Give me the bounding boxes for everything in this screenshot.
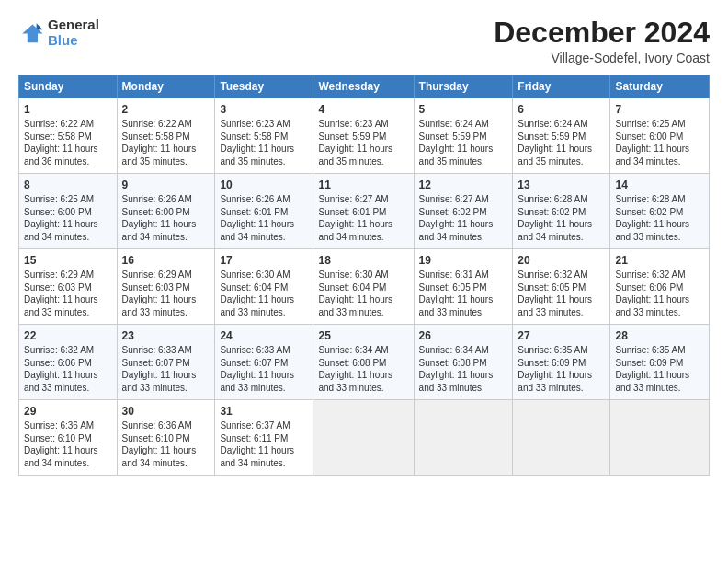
sunrise-label: Sunrise: 6:22 AM [122,119,192,129]
sunrise-label: Sunrise: 6:27 AM [419,194,489,204]
calendar: SundayMondayTuesdayWednesdayThursdayFrid… [18,75,710,476]
day-number: 31 [220,404,308,419]
sunrise-label: Sunrise: 6:28 AM [518,194,587,204]
sunrise-label: Sunrise: 6:37 AM [220,420,290,431]
sunset-label: Sunset: 5:59 PM [318,132,386,142]
daylight-label: Daylight: 11 hours and 34 minutes. [24,445,98,468]
sunrise-label: Sunrise: 6:23 AM [220,119,290,129]
sunrise-label: Sunrise: 6:35 AM [518,345,587,355]
daylight-label: Daylight: 11 hours and 33 minutes. [24,294,98,317]
sunrise-label: Sunrise: 6:26 AM [220,194,290,204]
day-number: 14 [615,178,704,192]
calendar-cell [513,400,610,476]
sunset-label: Sunset: 6:06 PM [24,358,92,368]
sunrise-label: Sunrise: 6:36 AM [122,420,192,431]
calendar-cell: 4Sunrise: 6:23 AMSunset: 5:59 PMDaylight… [313,98,414,174]
title-block: December 2024 Village-Sodefel, Ivory Coa… [494,17,710,65]
calendar-cell [610,400,710,476]
calendar-week-3: 15Sunrise: 6:29 AMSunset: 6:03 PMDayligh… [19,249,710,325]
calendar-cell: 28Sunrise: 6:35 AMSunset: 6:09 PMDayligh… [610,325,710,400]
day-number: 23 [122,328,210,343]
sunset-label: Sunset: 5:58 PM [220,132,288,142]
calendar-cell: 18Sunrise: 6:30 AMSunset: 6:04 PMDayligh… [313,249,414,325]
weekday-header-friday: Friday [513,75,610,98]
calendar-cell: 21Sunrise: 6:32 AMSunset: 6:06 PMDayligh… [610,249,710,325]
calendar-cell: 5Sunrise: 6:24 AMSunset: 5:59 PMDaylight… [414,98,513,174]
daylight-label: Daylight: 11 hours and 33 minutes. [518,370,592,393]
calendar-week-1: 1Sunrise: 6:22 AMSunset: 5:58 PMDaylight… [19,98,710,174]
day-number: 20 [518,253,605,268]
daylight-label: Daylight: 11 hours and 33 minutes. [419,294,494,317]
daylight-label: Daylight: 11 hours and 34 minutes. [518,219,592,242]
sunrise-label: Sunrise: 6:29 AM [122,270,192,280]
weekday-header-tuesday: Tuesday [215,75,313,98]
sunset-label: Sunset: 6:07 PM [122,358,190,368]
sunset-label: Sunset: 6:02 PM [518,207,586,217]
calendar-cell: 6Sunrise: 6:24 AMSunset: 5:59 PMDaylight… [513,98,610,174]
day-number: 21 [615,253,704,268]
daylight-label: Daylight: 11 hours and 35 minutes. [518,144,592,167]
day-number: 2 [122,102,210,117]
sunrise-label: Sunrise: 6:32 AM [518,270,587,280]
calendar-cell: 1Sunrise: 6:22 AMSunset: 5:58 PMDaylight… [19,98,118,174]
page: General Blue December 2024 Village-Sodef… [0,0,728,563]
sunrise-label: Sunrise: 6:29 AM [24,270,94,280]
calendar-cell: 30Sunrise: 6:36 AMSunset: 6:10 PMDayligh… [117,400,215,476]
logo-text-line1: General [48,17,99,32]
daylight-label: Daylight: 11 hours and 35 minutes. [318,144,392,167]
day-number: 24 [220,328,308,343]
day-number: 27 [518,328,605,343]
calendar-cell: 29Sunrise: 6:36 AMSunset: 6:10 PMDayligh… [19,400,118,476]
calendar-cell: 17Sunrise: 6:30 AMSunset: 6:04 PMDayligh… [215,249,313,325]
day-number: 17 [220,253,308,268]
sunrise-label: Sunrise: 6:34 AM [419,345,489,355]
sunrise-label: Sunrise: 6:35 AM [615,345,685,355]
sunrise-label: Sunrise: 6:34 AM [318,345,388,355]
sunrise-label: Sunrise: 6:25 AM [24,194,94,204]
sunset-label: Sunset: 6:04 PM [220,282,288,293]
weekday-header-monday: Monday [117,75,215,98]
sunrise-label: Sunrise: 6:26 AM [122,194,192,204]
daylight-label: Daylight: 11 hours and 33 minutes. [318,370,392,393]
weekday-header-thursday: Thursday [414,75,513,98]
calendar-cell: 24Sunrise: 6:33 AMSunset: 6:07 PMDayligh… [215,325,313,400]
calendar-cell: 3Sunrise: 6:23 AMSunset: 5:58 PMDaylight… [215,98,313,174]
calendar-cell: 31Sunrise: 6:37 AMSunset: 6:11 PMDayligh… [215,400,313,476]
sunrise-label: Sunrise: 6:25 AM [615,119,685,129]
calendar-cell: 16Sunrise: 6:29 AMSunset: 6:03 PMDayligh… [117,249,215,325]
sunrise-label: Sunrise: 6:27 AM [318,194,388,204]
sunrise-label: Sunrise: 6:23 AM [318,119,388,129]
day-number: 9 [122,178,210,192]
calendar-cell: 26Sunrise: 6:34 AMSunset: 6:08 PMDayligh… [414,325,513,400]
calendar-cell [414,400,513,476]
calendar-week-4: 22Sunrise: 6:32 AMSunset: 6:06 PMDayligh… [19,325,710,400]
day-number: 7 [615,102,704,117]
sunrise-label: Sunrise: 6:31 AM [419,270,489,280]
calendar-cell: 20Sunrise: 6:32 AMSunset: 6:05 PMDayligh… [513,249,610,325]
calendar-cell: 19Sunrise: 6:31 AMSunset: 6:05 PMDayligh… [414,249,513,325]
calendar-cell: 10Sunrise: 6:26 AMSunset: 6:01 PMDayligh… [215,174,313,249]
calendar-cell: 8Sunrise: 6:25 AMSunset: 6:00 PMDaylight… [19,174,118,249]
logo-icon [18,19,44,45]
daylight-label: Daylight: 11 hours and 33 minutes. [318,294,392,317]
sunset-label: Sunset: 6:10 PM [122,433,190,443]
sunrise-label: Sunrise: 6:36 AM [24,420,94,431]
day-number: 5 [419,102,508,117]
sunset-label: Sunset: 6:10 PM [24,433,92,443]
day-number: 18 [318,253,408,268]
daylight-label: Daylight: 11 hours and 33 minutes. [220,294,294,317]
sunset-label: Sunset: 6:00 PM [24,207,92,217]
logo-text-line2: Blue [48,32,99,48]
sunset-label: Sunset: 5:58 PM [122,132,190,142]
day-number: 6 [518,102,605,117]
day-number: 13 [518,178,605,192]
day-number: 12 [419,178,508,192]
sunset-label: Sunset: 5:58 PM [24,132,92,142]
sunset-label: Sunset: 6:07 PM [220,358,288,368]
sunset-label: Sunset: 6:03 PM [122,282,190,293]
logo: General Blue [18,17,99,49]
calendar-cell: 13Sunrise: 6:28 AMSunset: 6:02 PMDayligh… [513,174,610,249]
daylight-label: Daylight: 11 hours and 33 minutes. [122,370,197,393]
header: General Blue December 2024 Village-Sodef… [18,17,710,65]
sunset-label: Sunset: 6:05 PM [419,282,487,293]
